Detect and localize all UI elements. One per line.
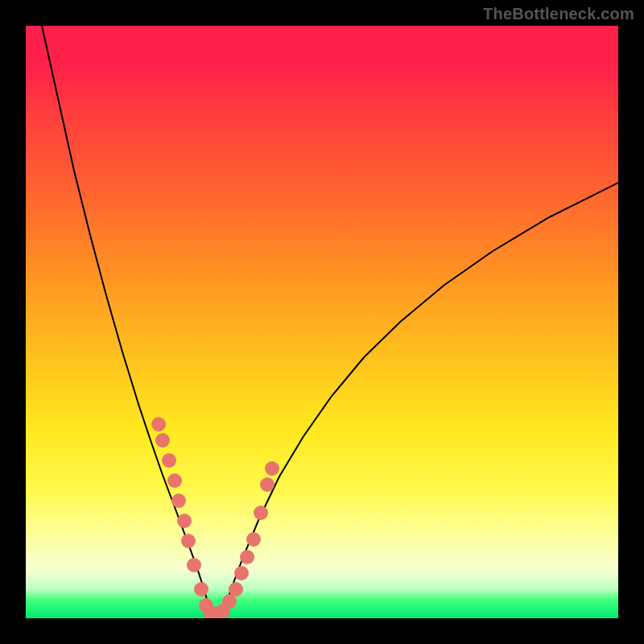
data-dot <box>234 566 249 580</box>
curve-right <box>223 183 618 613</box>
data-dot <box>177 514 192 528</box>
data-dot <box>246 532 261 547</box>
watermark-text: TheBottleneck.com <box>483 5 634 23</box>
data-dot <box>254 506 268 520</box>
data-dot <box>240 550 254 564</box>
chart-svg <box>26 26 618 618</box>
chart-frame: TheBottleneck.com <box>0 0 644 644</box>
data-dot <box>187 558 201 572</box>
data-dot <box>194 582 208 597</box>
data-dot <box>171 493 186 508</box>
data-dot <box>167 473 182 488</box>
data-dot <box>151 417 166 431</box>
data-dot <box>181 534 196 548</box>
data-dot <box>155 433 170 448</box>
data-dot <box>260 477 275 492</box>
scatter-dots <box>151 417 279 618</box>
plot-area <box>26 26 618 618</box>
data-dot <box>229 582 243 597</box>
data-dot <box>265 461 279 476</box>
data-dot <box>162 453 176 468</box>
